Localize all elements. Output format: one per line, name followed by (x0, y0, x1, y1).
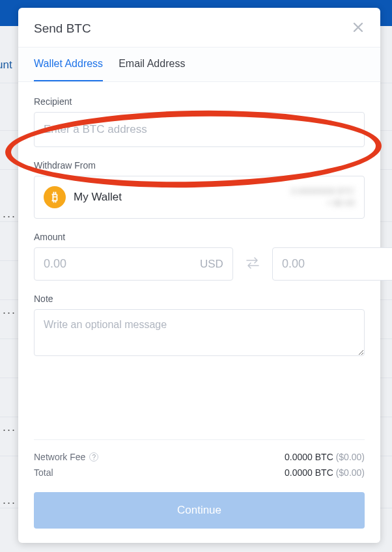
recipient-group: Recipient (34, 96, 365, 147)
modal-body: Recipient Withdraw From ₿ My Wallet 0.00… (18, 82, 380, 543)
send-modal: Send BTC Wallet Address Email Address Re… (18, 8, 380, 543)
background-ellipsis: ... (3, 303, 16, 317)
transaction-summary: Network Fee ? 0.0000 BTC ($0.00) Total 0… (34, 439, 365, 480)
amount-fiat-field[interactable]: USD (34, 247, 233, 281)
wallet-name: My Wallet (74, 191, 122, 204)
recipient-type-tabs: Wallet Address Email Address (18, 47, 380, 82)
network-fee-label: Network Fee ? (34, 452, 98, 462)
help-icon[interactable]: ? (89, 452, 98, 462)
amount-group: Amount USD BTC (34, 232, 365, 281)
total-value: 0.0000 BTC ($0.00) (285, 467, 365, 478)
swap-horizontal-icon (245, 256, 260, 269)
total-label: Total (34, 467, 53, 478)
wallet-balance: 0.00000000 BTC ≈ $0.00 (291, 186, 355, 209)
amount-fiat-unit: USD (200, 258, 223, 271)
amount-label: Amount (34, 232, 365, 242)
amount-crypto-input[interactable] (282, 257, 392, 271)
tab-wallet-address[interactable]: Wallet Address (34, 48, 103, 81)
recipient-label: Recipient (34, 96, 365, 107)
amount-fiat-input[interactable] (44, 257, 195, 271)
network-fee-value: 0.0000 BTC ($0.00) (285, 452, 365, 462)
background-side-label: unt (0, 59, 12, 72)
background-ellipsis: ... (3, 207, 16, 221)
note-group: Note (34, 294, 365, 359)
bitcoin-icon: ₿ (44, 186, 66, 208)
amount-crypto-field[interactable]: BTC (272, 247, 392, 281)
withdraw-from-label: Withdraw From (34, 160, 365, 171)
continue-button[interactable]: Continue (34, 492, 365, 529)
close-icon (352, 21, 365, 34)
swap-currency-button[interactable] (242, 254, 263, 275)
modal-header: Send BTC (18, 8, 380, 47)
modal-title: Send BTC (34, 21, 91, 36)
close-button[interactable] (352, 21, 365, 36)
wallet-selector[interactable]: ₿ My Wallet 0.00000000 BTC ≈ $0.00 (34, 176, 365, 219)
tab-email-address[interactable]: Email Address (119, 48, 185, 81)
note-input[interactable] (34, 309, 365, 356)
background-ellipsis: ... (3, 493, 16, 507)
withdraw-from-group: Withdraw From ₿ My Wallet 0.00000000 BTC… (34, 160, 365, 219)
background-ellipsis: ... (3, 421, 16, 434)
note-label: Note (34, 294, 365, 304)
recipient-address-input[interactable] (34, 112, 365, 147)
